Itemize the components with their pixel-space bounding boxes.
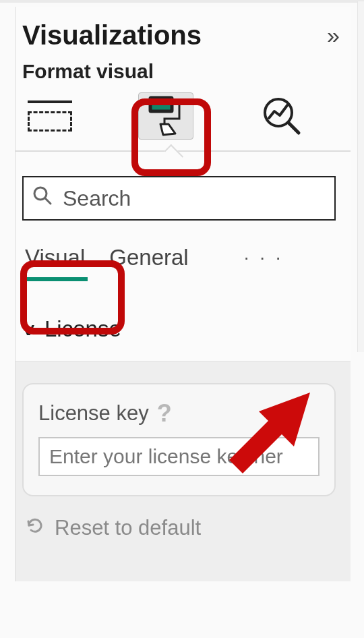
panel-body: Visualizations » Format visual <box>15 7 351 581</box>
divider <box>16 150 351 152</box>
side-strip <box>357 1 364 352</box>
panel-title: Visualizations <box>22 20 202 51</box>
section-license: ∨ License <box>16 280 351 342</box>
tab-visual[interactable]: Visual <box>22 241 88 280</box>
reset-icon <box>25 515 45 541</box>
license-key-label-row: License key ? <box>38 399 320 428</box>
top-divider <box>0 0 364 3</box>
search-wrap: Search <box>22 171 336 221</box>
chevron-down-icon: ∨ <box>20 319 38 340</box>
svg-rect-0 <box>151 98 171 111</box>
svg-line-5 <box>45 198 51 204</box>
license-key-input[interactable]: Enter your license key her <box>38 437 320 476</box>
help-icon[interactable]: ? <box>157 399 172 428</box>
reset-to-default[interactable]: Reset to default <box>22 496 336 541</box>
build-visual-button[interactable] <box>22 92 78 140</box>
section-license-header[interactable]: ∨ License <box>22 316 344 342</box>
license-card: License key ? Enter your license key her <box>22 383 336 496</box>
search-input[interactable]: Search <box>22 176 336 221</box>
format-visual-button[interactable] <box>138 92 193 140</box>
panel-header: Visualizations » <box>16 7 351 51</box>
analytics-icon <box>261 95 303 137</box>
collapse-chevron-icon[interactable]: » <box>327 22 336 49</box>
visualizations-panel: Visualizations » Format visual <box>0 0 364 638</box>
format-tabs: Visual General · · · <box>16 221 351 280</box>
reset-label: Reset to default <box>55 516 201 540</box>
license-key-label: License key <box>38 401 149 426</box>
search-placeholder: Search <box>63 186 131 211</box>
analytics-button[interactable] <box>254 92 309 140</box>
tab-more[interactable]: · · · <box>210 243 286 278</box>
fields-icon <box>28 100 72 132</box>
license-key-placeholder: Enter your license key her <box>49 445 283 468</box>
license-card-area: License key ? Enter your license key her… <box>16 361 351 581</box>
mode-tabs <box>16 83 351 150</box>
section-license-label: License <box>44 316 121 342</box>
panel-subtitle: Format visual <box>16 51 351 83</box>
tab-general[interactable]: General <box>107 241 191 280</box>
svg-line-3 <box>289 123 299 133</box>
paint-roller-icon <box>146 96 186 136</box>
search-icon <box>32 185 53 212</box>
